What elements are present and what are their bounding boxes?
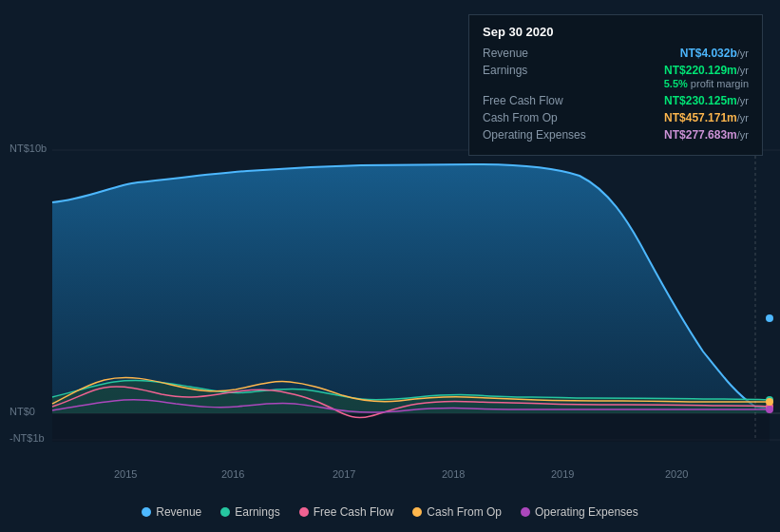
legend-fcf-dot: [299, 507, 309, 517]
tooltip-fcf-row: Free Cash Flow NT$230.125m/yr: [483, 94, 749, 107]
legend-cfo[interactable]: Cash From Op: [412, 505, 502, 519]
x-label-2015: 2015: [114, 468, 137, 480]
svg-point-8: [766, 398, 773, 406]
x-label-2019: 2019: [551, 468, 574, 480]
tooltip-cfo-label: Cash From Op: [483, 111, 558, 124]
tooltip-opex-row: Operating Expenses NT$277.683m/yr: [483, 128, 749, 142]
tooltip-cfo-value: NT$457.171m/yr: [664, 111, 749, 124]
legend-earnings[interactable]: Earnings: [220, 505, 279, 519]
x-label-2018: 2018: [442, 468, 465, 480]
tooltip-earnings-row: Earnings NT$220.129m/yr 5.5% profit marg…: [483, 64, 749, 90]
legend-opex-dot: [521, 507, 530, 517]
tooltip-earnings-label: Earnings: [483, 64, 527, 77]
legend-fcf[interactable]: Free Cash Flow: [299, 505, 394, 519]
y-label-top: NT$10b: [10, 142, 47, 154]
tooltip-earnings-value: NT$220.129m/yr: [664, 64, 749, 77]
tooltip-fcf-value: NT$230.125m/yr: [664, 94, 749, 107]
tooltip-cfo-row: Cash From Op NT$457.171m/yr: [483, 111, 749, 124]
legend-opex-label: Operating Expenses: [535, 505, 638, 519]
tooltip-date: Sep 30 2020: [483, 25, 749, 39]
tooltip-revenue-value: NT$4.032b/yr: [680, 47, 749, 60]
legend-revenue-label: Revenue: [156, 505, 201, 519]
legend-cfo-dot: [412, 507, 422, 517]
x-label-2020: 2020: [665, 468, 688, 480]
svg-rect-5: [52, 413, 770, 442]
tooltip-opex-value: NT$277.683m/yr: [664, 128, 749, 142]
tooltip-earnings-margin: 5.5% profit margin: [664, 78, 749, 89]
legend-fcf-label: Free Cash Flow: [314, 505, 394, 519]
legend-revenue[interactable]: Revenue: [142, 505, 201, 519]
x-label-2016: 2016: [221, 468, 244, 480]
tooltip-opex-label: Operating Expenses: [483, 128, 586, 142]
y-label-zero: NT$0: [10, 406, 35, 417]
legend-cfo-label: Cash From Op: [427, 505, 502, 519]
x-label-2017: 2017: [333, 468, 355, 480]
svg-point-9: [766, 406, 773, 413]
legend-earnings-dot: [220, 507, 230, 517]
chart-legend: Revenue Earnings Free Cash Flow Cash Fro…: [0, 505, 780, 519]
legend-revenue-dot: [142, 507, 151, 517]
legend-opex[interactable]: Operating Expenses: [521, 505, 638, 519]
tooltip-revenue-label: Revenue: [483, 47, 528, 60]
tooltip-revenue-row: Revenue NT$4.032b/yr: [483, 47, 749, 60]
tooltip-panel: Sep 30 2020 Revenue NT$4.032b/yr Earning…: [468, 14, 763, 156]
y-label-neg: -NT$1b: [10, 432, 45, 444]
legend-earnings-label: Earnings: [235, 505, 279, 519]
svg-point-4: [766, 314, 773, 322]
tooltip-fcf-label: Free Cash Flow: [483, 94, 563, 107]
